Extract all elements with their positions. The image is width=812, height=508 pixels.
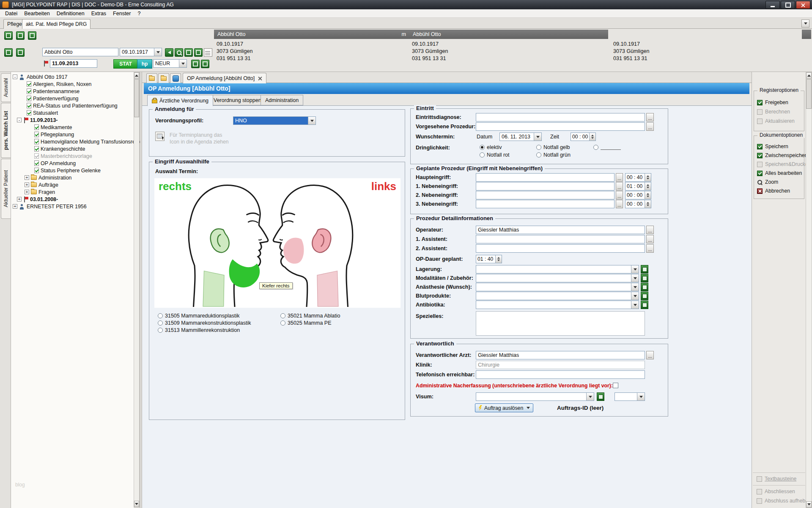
antibiotika-detail-button[interactable] (641, 301, 648, 309)
visum-combo[interactable] (476, 392, 594, 401)
nebeneingriff2-time-spinner[interactable]: 00 : 00 (625, 191, 651, 199)
scroll-up-button[interactable] (806, 72, 812, 79)
wunschtermin-datum-combo[interactable]: 06. 11. 2013 (499, 133, 542, 141)
visit-date-field[interactable]: 11.09.2013 (50, 59, 97, 68)
option-abbrechen[interactable]: Abbrechen (757, 188, 790, 194)
option-alles-bearbeiten[interactable]: Alles bearbeiten (757, 170, 802, 176)
tree-item[interactable]: Patientenverfügung (13, 95, 133, 102)
radio-icon[interactable] (158, 328, 163, 333)
assistent2-browse-button[interactable]: ... (646, 244, 654, 253)
option-35021[interactable]: 35021 Mamma Ablatio (280, 313, 340, 319)
neur-combo[interactable]: NEUR (153, 59, 187, 68)
anaesthesie-detail-button[interactable] (641, 283, 648, 291)
tree-item[interactable]: REA-Status und Patientenverfügung (13, 102, 133, 109)
spinner-arrows[interactable] (645, 174, 651, 181)
expand-icon[interactable]: + (13, 204, 17, 209)
assistent1-field[interactable] (476, 235, 645, 243)
spinner-arrows[interactable] (589, 133, 595, 141)
minitab-folder-1[interactable] (146, 73, 157, 83)
eintrittsdiagnose-browse-button[interactable]: ... (646, 113, 654, 121)
anaesthesie-combo[interactable] (476, 283, 639, 291)
antibiotika-combo[interactable] (476, 301, 639, 309)
tree-item[interactable]: Allergien, Risiken, Noxen (13, 80, 133, 88)
radio-notfall-gelb[interactable]: Notfall gelb (536, 144, 570, 150)
maximize-button[interactable] (781, 1, 795, 9)
tree-item[interactable]: Medikamente (13, 124, 133, 131)
patient-dob-combo[interactable]: 09.10.1917 (120, 48, 162, 56)
tree-item[interactable]: Patientenanamnese (13, 88, 133, 95)
browse-button[interactable]: ... (616, 191, 623, 199)
tabstrip-dropdown-button[interactable] (801, 19, 809, 28)
formtab-verordnung-stoppen[interactable]: Verordnung stoppen (209, 95, 266, 105)
radio-sonstige[interactable] (593, 144, 621, 150)
neur-combo-button[interactable] (179, 60, 187, 67)
search-button[interactable] (175, 48, 183, 57)
spinner-arrows[interactable] (645, 191, 651, 199)
expand-icon[interactable]: + (25, 175, 29, 180)
collapse-icon[interactable]: - (13, 75, 17, 79)
combo-button[interactable] (631, 292, 639, 300)
tree-item[interactable]: Status Periphere Gelenke (13, 167, 133, 174)
tree-item-patient[interactable]: +ERNETEST PETER 1956 (13, 203, 133, 210)
operateur-browse-button[interactable]: ... (646, 226, 654, 234)
nebeneingriff2-field[interactable] (476, 191, 614, 199)
verordnungsprofil-combo[interactable]: HNO (233, 116, 316, 125)
main-scrollbar[interactable] (806, 72, 812, 508)
visum-combo-2[interactable] (614, 392, 645, 401)
nebeneingriff1-field[interactable] (476, 182, 614, 190)
scrollbar-thumb[interactable] (134, 79, 139, 117)
stat-button[interactable]: STAT (113, 59, 138, 69)
tree-scrollbar[interactable] (134, 72, 140, 508)
scroll-down-button[interactable] (134, 501, 139, 507)
sidetab-watchlist[interactable]: pers. Watch List (1, 103, 11, 158)
tree-item[interactable]: Statusalert (13, 109, 133, 116)
option-31509[interactable]: 31509 Mammarekonstruktionsplastik (158, 320, 251, 326)
toolbar-new-button[interactable] (4, 48, 13, 57)
prev-button[interactable] (191, 60, 200, 68)
radio-icon[interactable] (593, 145, 598, 150)
menu-help[interactable]: ? (134, 10, 144, 17)
browse-button[interactable]: ... (616, 182, 623, 190)
calendar-button[interactable] (184, 48, 193, 57)
modalitaeten-combo[interactable] (476, 274, 639, 282)
formtab-aerztliche-verordnung[interactable]: Ärztliche Verordnung (147, 95, 213, 106)
tab-akt-pat[interactable]: akt. Pat. Medi Pflege DRG (22, 19, 91, 29)
combo-button[interactable] (631, 301, 639, 309)
document-tab[interactable]: OP Anmeldung [Abbühl Otto] (183, 73, 266, 83)
verantwortlicher-arzt-field[interactable]: Giessler Matthias (476, 351, 645, 359)
radio-icon[interactable] (158, 313, 163, 318)
sidetab-aktueller-patient[interactable]: Aktueller Patient (1, 159, 11, 219)
toolbar-open-button[interactable] (16, 48, 25, 57)
expand-icon[interactable]: + (17, 197, 22, 202)
menu-fenster[interactable]: Fenster (110, 10, 134, 17)
head-selection-image[interactable]: rechts links (154, 178, 401, 308)
arzt-browse-button[interactable]: ... (646, 351, 654, 359)
scroll-down-button[interactable] (806, 501, 812, 508)
expand-icon[interactable]: + (25, 182, 29, 187)
dob-combo-button[interactable] (154, 48, 162, 56)
nebeneingriff3-field[interactable] (476, 200, 614, 208)
option-zoom[interactable]: Zoom (757, 179, 778, 185)
tree-item-op-anmeldung[interactable]: OP Anmeldung (13, 160, 133, 167)
sidetab-auswahl[interactable]: Auswahl (1, 73, 11, 102)
blutprodukte-detail-button[interactable] (641, 292, 648, 300)
browse-button[interactable]: ... (616, 200, 623, 208)
chart-button[interactable] (194, 48, 203, 57)
option-zwischenspeichern[interactable]: Zwischenspeichern (757, 152, 809, 158)
hp-button[interactable]: hp (137, 59, 152, 69)
admin-nacherfassung-checkbox[interactable] (613, 383, 618, 388)
lagerung-detail-button[interactable] (641, 265, 648, 273)
combo-button[interactable] (631, 274, 639, 282)
nebeneingriff3-time-spinner[interactable]: 00 : 00 (625, 200, 651, 208)
radio-notfall-rot[interactable]: Notfall rot (480, 152, 510, 158)
tree-item[interactable]: Krankengeschichte (13, 145, 133, 152)
scrollbar-thumb[interactable] (806, 79, 812, 109)
tree-item-folder[interactable]: +Fragen (13, 188, 133, 196)
formtab-administration[interactable]: Administration (261, 95, 303, 105)
radio-elektiv[interactable]: elektiv (480, 144, 502, 150)
auftrag-ausloesen-button[interactable]: Auftrag auslösen (475, 403, 533, 412)
spinner-arrows[interactable] (495, 255, 502, 263)
toolbar-link-button[interactable] (4, 31, 13, 40)
next-button[interactable] (201, 60, 209, 68)
document-tab-close-icon[interactable] (258, 76, 262, 80)
